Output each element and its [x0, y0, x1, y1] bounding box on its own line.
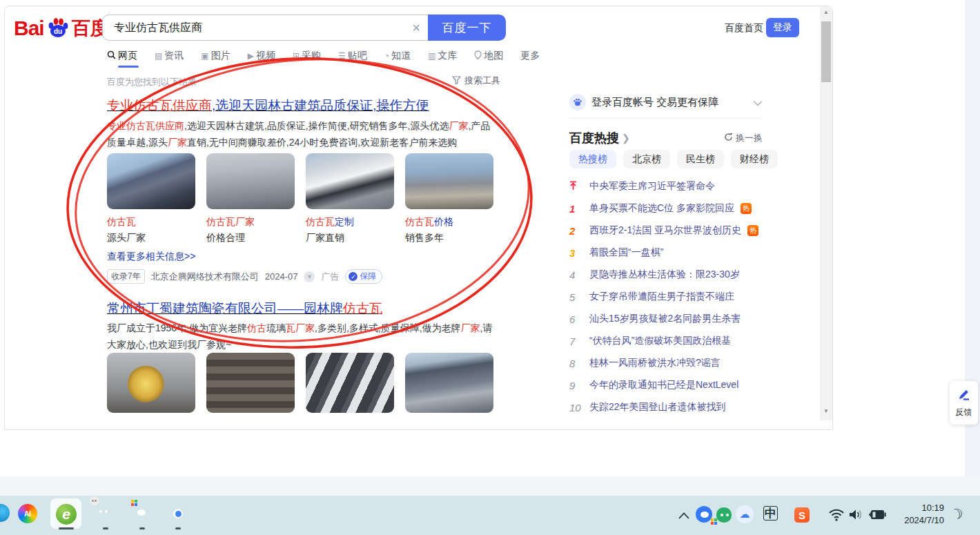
result1-card4-link[interactable]: 仿古瓦价格 — [405, 216, 453, 228]
hot-item-top[interactable]: 中央军委主席习近平签署命令 — [569, 175, 771, 197]
search-submit-button[interactable]: 百度一下 — [428, 14, 506, 41]
result1-card1-link[interactable]: 仿古瓦 — [107, 216, 136, 228]
rank-number: 10 — [569, 402, 583, 414]
pencil-icon — [957, 387, 971, 404]
hot-badge: 热 — [741, 203, 752, 214]
doc-icon: ▥ — [428, 51, 435, 61]
hot-item-10[interactable]: 10 失踪22年美国登山者遗体被找到 — [569, 396, 771, 418]
tray-input-method[interactable]: 中 — [763, 507, 778, 520]
search-tools-label: 搜索工具 — [464, 75, 500, 87]
logo-text-bai: Bai — [14, 17, 44, 40]
hot-item-text: 失踪22年美国登山者遗体被找到 — [589, 401, 726, 414]
refresh-icon — [724, 133, 733, 144]
login-button[interactable]: 登录 — [766, 18, 799, 37]
search-input[interactable] — [103, 21, 404, 34]
tab-more[interactable]: 更多 — [520, 50, 540, 68]
tray-wechat-icon[interactable] — [716, 507, 732, 523]
clear-search-icon[interactable]: × — [404, 20, 428, 36]
hot-item-text: 今年的录取通知书已经是NextLevel — [589, 379, 738, 391]
search-tools-button[interactable]: 搜索工具 — [452, 75, 500, 87]
taskbar-pinned-edge-app[interactable] — [0, 504, 10, 522]
result1-thumbnail-gate-circle[interactable] — [306, 153, 394, 209]
hot-search-title[interactable]: 百度热搜 — [569, 130, 619, 146]
result2-thumbnail-temple-roof[interactable] — [405, 353, 493, 413]
result1-card1-subtitle: 源头厂家 — [107, 232, 146, 244]
hot-tab-finance[interactable]: 财经榜 — [731, 150, 778, 168]
feedback-label: 反馈 — [956, 407, 972, 418]
more-info-link[interactable]: 查看更多相关信息>> — [107, 251, 195, 263]
feedback-button[interactable]: 反馈 — [950, 381, 978, 425]
result1-card2-link[interactable]: 仿古瓦厂家 — [206, 216, 255, 228]
battery-icon[interactable] — [868, 509, 886, 523]
tab-label: 更多 — [520, 50, 540, 62]
hot-tab-beijing[interactable]: 北京榜 — [623, 150, 670, 168]
tray-wecom-icon[interactable] — [696, 506, 712, 523]
tab-tieba[interactable]: ☰贴吧 — [338, 50, 367, 68]
tab-zhidao[interactable]: ◔知道 — [384, 50, 411, 68]
result2-thumbnail-gold-finial[interactable] — [107, 353, 195, 413]
result1-thumbnail-roof[interactable] — [107, 153, 195, 209]
tab-map[interactable]: 地图 — [474, 50, 503, 68]
tab-label: 资讯 — [164, 50, 184, 62]
baidu-paw-icon: du — [46, 16, 70, 41]
tab-news[interactable]: ▤资讯 — [155, 50, 184, 68]
result1-card3-subtitle: 厂家直销 — [306, 232, 344, 244]
taskbar-360-browser-icon[interactable]: e — [56, 504, 77, 525]
link-baidu-home[interactable]: 百度首页 — [725, 22, 763, 35]
result1-thumbnail-wall-medallion[interactable] — [206, 153, 295, 209]
result2-thumbnail-tiles[interactable] — [306, 353, 394, 413]
wifi-icon[interactable] — [829, 509, 844, 524]
scroll-up-arrow[interactable]: ▲ — [820, 6, 832, 17]
hot-item-5[interactable]: 5 女子穿吊带遭陌生男子指责不端庄 — [569, 286, 771, 308]
tab-wenku[interactable]: ▥文库 — [428, 50, 457, 68]
hot-item-6[interactable]: 6 汕头15岁男孩疑被2名同龄男生杀害 — [569, 308, 771, 330]
hot-item-text: “伏特台风”造假破坏美国政治根基 — [589, 335, 731, 347]
video-icon: ▶ — [248, 51, 254, 61]
result1-card3-link[interactable]: 仿古瓦定制 — [306, 216, 354, 228]
tab-video[interactable]: ▶视频 — [248, 50, 275, 68]
search-box[interactable]: × — [102, 14, 428, 41]
hot-item-1[interactable]: 1 单身买票不能选C位 多家影院回应 热 — [569, 197, 771, 220]
ad-label: 广告 — [321, 271, 339, 283]
tab-label: 文库 — [438, 50, 457, 62]
volume-icon[interactable] — [849, 508, 864, 524]
result1-title-link[interactable]: 专业仿古瓦供应商,选迎天园林古建筑品质保证,操作方便 — [107, 97, 429, 115]
result-options-icon[interactable]: ▼ — [304, 271, 315, 282]
desktop-band — [0, 476, 980, 496]
result1-thumbnail-gatehouse[interactable] — [405, 153, 493, 209]
hot-item-7[interactable]: 7 “伏特台风”造假破坏美国政治根基 — [569, 330, 771, 352]
result2-title-link[interactable]: 常州市丁蜀建筑陶瓷有限公司——园林牌仿古瓦 — [107, 300, 382, 318]
result1-description: 专业仿古瓦供应商,选迎天园林古建筑,品质保证,操作简便,研究销售多年,源头优选厂… — [107, 117, 499, 150]
scroll-down-arrow[interactable]: ▼ — [820, 405, 832, 416]
tab-images[interactable]: ▣图片 — [201, 50, 230, 68]
baidu-logo[interactable]: Bai du 百度 — [14, 14, 109, 43]
tray-cloud-sync-icon[interactable]: ☁ — [736, 505, 754, 523]
guarantee-badge[interactable]: ✓保障 — [345, 269, 382, 284]
tab-procurement[interactable]: ⊞采购 — [293, 50, 321, 68]
tray-sogou-icon[interactable]: S — [794, 507, 810, 523]
rank-number: 7 — [569, 335, 583, 347]
login-banner[interactable]: 登录百度帐号 交易更有保障 — [569, 94, 763, 110]
tray-expand-icon[interactable] — [678, 509, 689, 522]
tray-clock[interactable]: 10:19 2024/7/10 — [889, 502, 944, 527]
hot-item-8[interactable]: 8 桂林一风雨桥被洪水冲毁?谣言 — [569, 352, 771, 374]
hot-tab-livelihood[interactable]: 民生榜 — [677, 150, 724, 168]
page-scrollbar[interactable]: ▲ ▼ — [820, 6, 832, 420]
hot-item-9[interactable]: 9 今年的录取通知书已经是NextLevel — [569, 374, 771, 396]
hot-tabs: 热搜榜 北京榜 民生榜 财经榜 — [569, 150, 778, 168]
scrollbar-thumb[interactable] — [821, 21, 831, 82]
tieba-icon: ☰ — [338, 51, 346, 61]
rank-number: 8 — [569, 358, 583, 369]
hot-item-3[interactable]: 3 着眼全国“一盘棋” — [569, 242, 771, 264]
hot-item-2[interactable]: 2 西班牙2-1法国 亚马尔世界波创历史 热 — [569, 220, 771, 242]
refresh-button[interactable]: 换一换 — [724, 132, 763, 144]
tab-label: 知道 — [391, 50, 411, 62]
running-app-indicator — [139, 527, 145, 529]
hot-tab-trending[interactable]: 热搜榜 — [569, 150, 616, 168]
taskbar-ai-assistant-icon[interactable]: AI — [18, 504, 37, 523]
tab-web[interactable]: 网页 — [107, 50, 137, 68]
hot-search-list: 中央军委主席习近平签署命令 1 单身买票不能选C位 多家影院回应 热 2 西班牙… — [569, 175, 771, 418]
result2-thumbnail-warehouse[interactable] — [206, 353, 295, 413]
hot-item-4[interactable]: 4 灵隐寺推丛林生活体验：限23-30岁 — [569, 264, 771, 286]
chevron-down-icon[interactable] — [753, 97, 763, 108]
